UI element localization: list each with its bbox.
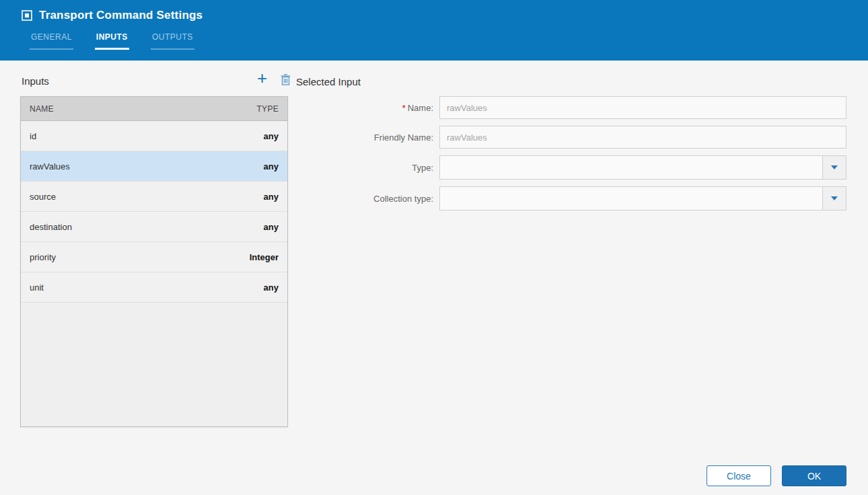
type-select[interactable] (439, 155, 846, 180)
row-name: destination (30, 222, 72, 232)
friendly-name-field-label: Friendly Name: (296, 132, 439, 143)
dialog-icon (22, 10, 32, 21)
header-bar: Transport Command Settings GENERAL INPUT… (0, 0, 868, 61)
form-row-collection-type: Collection type: (296, 186, 846, 211)
row-name: source (30, 192, 56, 202)
form-row-type: Type: (296, 155, 846, 180)
required-asterisk: * (402, 103, 406, 113)
tab-bar: GENERAL INPUTS OUTPUTS (30, 32, 194, 50)
row-name: priority (30, 252, 56, 262)
name-field[interactable] (439, 96, 846, 119)
selected-input-title: Selected Input (296, 76, 361, 87)
close-button[interactable]: Close (707, 465, 771, 486)
row-name: unit (30, 282, 44, 293)
inputs-table: NAME TYPE id any rawValues any source an… (20, 96, 288, 427)
footer-actions: Close OK (707, 465, 846, 486)
add-input-icon[interactable]: + (257, 69, 267, 87)
row-name: rawValues (30, 161, 70, 172)
row-type: any (264, 161, 279, 172)
friendly-name-field[interactable] (439, 126, 846, 149)
form-row-name: *Name: (296, 96, 846, 119)
table-row-priority[interactable]: priority Integer (21, 242, 287, 272)
row-type: Integer (250, 252, 279, 262)
page-title: Transport Command Settings (39, 9, 203, 22)
column-header-name: NAME (30, 104, 54, 114)
tab-outputs[interactable]: OUTPUTS (151, 32, 194, 50)
selected-input-form: *Name: Friendly Name: Type: Collection t… (296, 96, 846, 217)
name-field-label: *Name: (296, 103, 439, 113)
tab-inputs[interactable]: INPUTS (95, 32, 129, 50)
table-row-unit[interactable]: unit any (21, 272, 287, 303)
collection-type-field-label: Collection type: (296, 194, 439, 204)
title-row: Transport Command Settings (0, 0, 868, 22)
chevron-down-icon (831, 196, 838, 200)
tab-general[interactable]: GENERAL (30, 32, 73, 50)
row-name: id (30, 131, 36, 141)
ok-button[interactable]: OK (782, 465, 846, 486)
table-row-source[interactable]: source any (21, 182, 287, 212)
row-type: any (264, 222, 279, 232)
row-type: any (264, 192, 279, 202)
inputs-table-header: NAME TYPE (21, 97, 287, 121)
table-row-id[interactable]: id any (21, 121, 287, 151)
type-select-caret-button[interactable] (822, 156, 846, 179)
type-select-value (440, 156, 822, 179)
form-row-friendly-name: Friendly Name: (296, 126, 846, 149)
inputs-panel-title: Inputs (22, 75, 49, 87)
column-header-type: TYPE (256, 104, 279, 114)
row-type: any (264, 131, 279, 141)
collection-type-select-value (440, 187, 822, 210)
table-row-rawvalues[interactable]: rawValues any (21, 151, 287, 182)
type-field-label: Type: (296, 163, 439, 173)
row-type: any (264, 282, 279, 293)
collection-type-select-caret-button[interactable] (822, 187, 846, 210)
chevron-down-icon (831, 165, 838, 169)
table-row-destination[interactable]: destination any (21, 212, 287, 242)
delete-input-icon[interactable] (281, 74, 291, 85)
collection-type-select[interactable] (439, 186, 846, 211)
